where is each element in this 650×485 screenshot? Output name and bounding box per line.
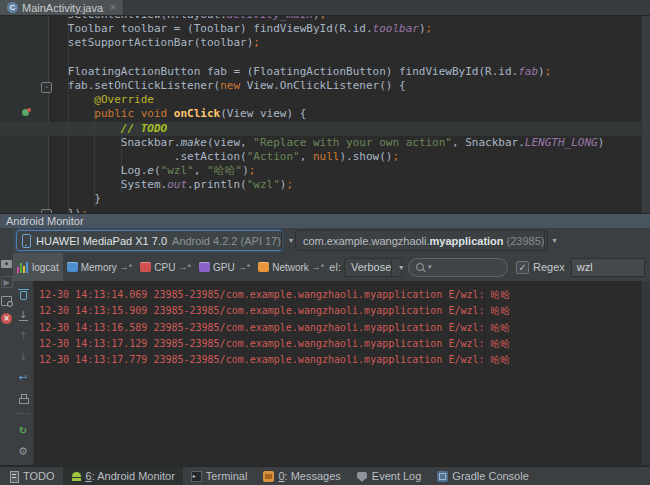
code-line: .setAction("Action", null).show(); bbox=[48, 150, 604, 164]
code-lines: setContentView(R.layout.activity_main); … bbox=[48, 16, 604, 213]
logcat-filter-row: logcatMemory→*CPU→*GPU→*Network→* el: Ve… bbox=[13, 253, 650, 281]
memory-tab-icon bbox=[67, 262, 78, 272]
android-icon bbox=[71, 471, 82, 482]
fold-marker-icon[interactable] bbox=[41, 209, 52, 213]
soft-wraps-icon[interactable]: ↩ bbox=[17, 371, 30, 384]
chevron-down-icon[interactable]: ▾ bbox=[544, 231, 563, 250]
monitor-tab-network[interactable]: Network→* bbox=[254, 253, 328, 281]
statusbar-label: Gradle Console bbox=[452, 470, 528, 482]
filter-text: wzl bbox=[577, 261, 593, 273]
code-token: .println( bbox=[187, 178, 247, 191]
down-stack-trace-icon[interactable]: ↓ bbox=[17, 350, 30, 363]
log-line: 12-30 14:13:17.779 23985-23985/com.examp… bbox=[39, 352, 650, 368]
close-tab-icon[interactable]: × bbox=[110, 2, 116, 13]
code-line: fab.setOnClickListener(new View.OnClickL… bbox=[48, 79, 604, 93]
monitor-toolbar-row: HUAWEI MediaPad X1 7.0 Android 4.2.2 (AP… bbox=[0, 228, 650, 253]
log-level-select[interactable]: Verbose ▾ bbox=[344, 258, 402, 277]
process-selector[interactable]: com.example.wangzhaoli.myapplication (23… bbox=[295, 230, 548, 251]
code-token bbox=[134, 107, 141, 120]
code-token: ; bbox=[320, 16, 327, 21]
code-line: }); bbox=[48, 207, 604, 213]
code-token: Toolbar toolbar = (Toolbar) findViewById… bbox=[48, 22, 373, 35]
code-token: new bbox=[220, 79, 240, 92]
logcat-lines: 12-30 14:13:14.069 23985-23985/com.examp… bbox=[34, 281, 650, 368]
regex-checkbox[interactable]: ✓ bbox=[516, 261, 529, 274]
todo-icon bbox=[8, 471, 19, 482]
search-input[interactable]: ▾ bbox=[408, 258, 508, 277]
code-token: ; bbox=[392, 150, 399, 163]
editor-tab-bar: C MainActivity.java × bbox=[0, 0, 650, 16]
clear-logcat-icon[interactable] bbox=[17, 287, 30, 300]
tab-label: GPU bbox=[213, 262, 235, 273]
terminate-application-icon[interactable]: × bbox=[1, 313, 12, 324]
code-line bbox=[48, 51, 604, 65]
statusbar-label: 6: Android Monitor bbox=[86, 470, 175, 482]
code-token: "wzl" bbox=[247, 178, 280, 191]
code-editor[interactable]: setContentView(R.layout.activity_main); … bbox=[0, 16, 650, 213]
device-name: HUAWEI MediaPad X1 7.0 bbox=[36, 235, 167, 247]
monitor-tab-memory[interactable]: Memory→* bbox=[63, 253, 137, 281]
statusbar-label: Terminal bbox=[206, 470, 248, 482]
android-monitor-header[interactable]: Android Monitor bbox=[0, 213, 650, 228]
fold-marker-icon[interactable] bbox=[41, 82, 52, 93]
code-line: // TODO bbox=[48, 122, 604, 136]
java-class-icon: C bbox=[7, 2, 18, 13]
code-token: ).show() bbox=[339, 150, 392, 163]
log-level-label: el: bbox=[329, 261, 341, 273]
log-line: 12-30 14:13:17.129 23985-23985/com.examp… bbox=[39, 336, 650, 352]
code-token: System. bbox=[48, 178, 167, 191]
print-icon[interactable] bbox=[17, 392, 30, 405]
screenshot-icon[interactable] bbox=[0, 257, 13, 270]
process-module: myapplication bbox=[430, 235, 504, 247]
up-stack-trace-icon[interactable]: ↑ bbox=[17, 329, 30, 342]
code-token: ; bbox=[253, 36, 260, 49]
code-token: e bbox=[147, 164, 154, 177]
code-token bbox=[48, 122, 121, 135]
search-options-icon[interactable]: ▾ bbox=[428, 263, 432, 271]
code-token: void bbox=[141, 107, 168, 120]
logcat-output[interactable]: 12-30 14:13:14.069 23985-23985/com.examp… bbox=[34, 281, 650, 465]
statusbar-messages[interactable]: 0: Messages bbox=[255, 467, 348, 485]
logcat-tab-icon bbox=[17, 262, 29, 273]
filter-input[interactable]: wzl bbox=[571, 258, 645, 277]
statusbar-event-log[interactable]: Event Log bbox=[349, 467, 430, 485]
statusbar-gradle-console[interactable]: Gradle Console bbox=[429, 467, 536, 485]
code-token: "哈哈" bbox=[207, 164, 242, 177]
statusbar-android-monitor[interactable]: 6: Android Monitor bbox=[63, 467, 183, 485]
cpu-tab-icon bbox=[140, 262, 151, 272]
monitor-tab-gpu[interactable]: GPU→* bbox=[195, 253, 254, 281]
code-token: out bbox=[167, 178, 187, 191]
tab-live-icon: →* bbox=[238, 262, 251, 272]
code-token bbox=[167, 107, 174, 120]
restart-icon[interactable]: ↻ bbox=[17, 424, 30, 437]
code-token: ; bbox=[426, 22, 433, 35]
log-level-value: Verbose bbox=[351, 261, 391, 273]
override-method-icon[interactable] bbox=[22, 108, 32, 117]
statusbar-terminal[interactable]: Terminal bbox=[183, 467, 256, 485]
code-token: Log. bbox=[48, 164, 147, 177]
capture-system-info-icon[interactable] bbox=[0, 294, 13, 307]
code-line: FloatingActionButton fab = (FloatingActi… bbox=[48, 65, 604, 79]
code-line: System.out.println("wzl"); bbox=[48, 178, 604, 192]
code-token bbox=[48, 93, 94, 106]
tab-mainactivity-java[interactable]: C MainActivity.java × bbox=[0, 0, 124, 15]
eventlog-icon bbox=[357, 471, 368, 482]
editor-scrollbar[interactable] bbox=[641, 16, 650, 213]
monitor-tab-cpu[interactable]: CPU→* bbox=[136, 253, 195, 281]
device-selector[interactable]: HUAWEI MediaPad X1 7.0 Android 4.2.2 (AP… bbox=[16, 230, 282, 251]
logcat-scrollbar[interactable] bbox=[641, 281, 650, 465]
logcat-settings-icon[interactable]: ⚙ bbox=[17, 445, 30, 458]
code-token: public bbox=[94, 107, 134, 120]
code-token: setSupportActionBar(toolbar) bbox=[48, 36, 253, 49]
device-detail: Android 4.2.2 (API 17) bbox=[172, 235, 281, 247]
screen-record-icon[interactable]: ▶ bbox=[1, 276, 13, 288]
statusbar-label: Event Log bbox=[372, 470, 422, 482]
statusbar-todo[interactable]: TODO bbox=[0, 467, 63, 485]
search-icon bbox=[416, 263, 424, 271]
code-token: .setAction( bbox=[48, 150, 247, 163]
code-token: activity_main bbox=[227, 16, 313, 21]
code-token: ) bbox=[598, 136, 605, 149]
tab-label: Network bbox=[272, 262, 309, 273]
monitor-tab-logcat[interactable]: logcat bbox=[13, 253, 63, 281]
scroll-to-end-icon[interactable]: ↓ bbox=[17, 308, 30, 321]
